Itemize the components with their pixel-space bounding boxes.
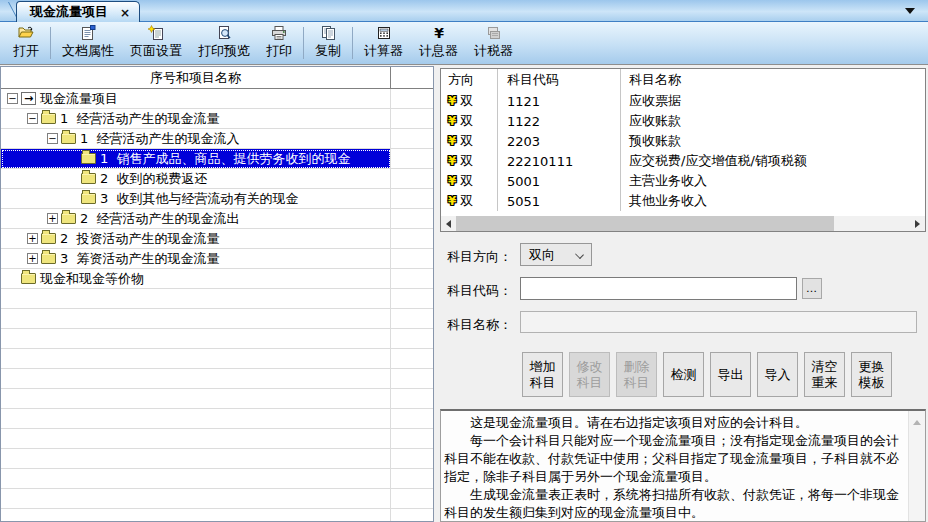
tree-node[interactable]: 1 销售产成品、商品、提供劳务收到的现金 (1, 149, 391, 169)
close-tab-icon[interactable]: × (120, 6, 130, 20)
help-vertical-scrollbar[interactable] (908, 411, 925, 521)
toolbar-separator (50, 27, 51, 59)
code-cell: 5051 (498, 191, 621, 211)
table-row[interactable]: ¥双1121应收票据 (441, 91, 925, 111)
tree-node[interactable]: −1 经营活动产生的现金流量 (1, 109, 391, 129)
folder-icon (41, 113, 56, 124)
tree-row-extra-cell (391, 369, 433, 389)
print-preview-button[interactable]: 打印预览 (190, 22, 258, 64)
column-header-code[interactable]: 科目代码 (498, 69, 621, 91)
tree-node[interactable]: 现金和现金等价物 (1, 269, 391, 289)
clear-restart-button[interactable]: 清空重来 (804, 352, 845, 397)
direction-cell: ¥双 (441, 111, 498, 131)
tree-expand-toggle[interactable]: − (27, 113, 38, 124)
tree-empty-row (1, 509, 433, 522)
modify-subject-button: 修改科目 (569, 352, 610, 397)
column-header-name[interactable]: 科目名称 (621, 69, 925, 91)
tree-expand-toggle[interactable]: + (27, 253, 38, 264)
tree-row-extra-cell (391, 229, 433, 249)
horizontal-scrollbar[interactable] (441, 216, 925, 231)
tree-row: 1 销售产成品、商品、提供劳务收到的现金 (1, 149, 433, 169)
tree-node[interactable]: −1 经营活动产生的现金流入 (1, 129, 391, 149)
direction-select[interactable]: 双向 (520, 243, 592, 266)
code-cell: 5001 (498, 171, 621, 191)
tree-expand-toggle[interactable]: + (47, 213, 58, 224)
tree-row-extra-cell (391, 449, 433, 469)
direction-cell: ¥双 (441, 131, 498, 151)
direction-value: 双 (460, 152, 473, 170)
tree-row: −1 经营活动产生的现金流量 (1, 109, 433, 129)
code-input[interactable] (520, 277, 797, 300)
tree-row-extra-cell (391, 349, 433, 369)
folder-icon (21, 273, 36, 284)
tree-row: +2 经营活动产生的现金流出 (1, 209, 433, 229)
interest-calculator-button[interactable]: ¥ 计息器 (411, 22, 466, 64)
scroll-left-icon[interactable] (441, 216, 456, 231)
tree-row-extra-cell (391, 109, 433, 129)
code-label: 科目代码： (447, 282, 512, 300)
print-button[interactable]: 打印 (258, 22, 300, 64)
tree-row-extra-cell (391, 209, 433, 229)
folder-icon (81, 173, 96, 184)
tree-node[interactable]: +2 经营活动产生的现金流出 (1, 209, 391, 229)
folder-icon (61, 213, 76, 224)
import-button[interactable]: 导入 (757, 352, 798, 397)
tree-row-extra-cell (391, 409, 433, 429)
table-row[interactable]: ¥双1122应收账款 (441, 111, 925, 131)
tree-row-extra-cell (391, 169, 433, 189)
browse-button[interactable]: … (802, 278, 822, 299)
tree-expand-toggle[interactable]: − (7, 93, 18, 104)
add-subject-button[interactable]: 增加科目 (522, 352, 563, 397)
toolbar-label: 计算器 (364, 42, 403, 60)
copy-button[interactable]: 复制 (307, 22, 349, 64)
tree-expand-toggle[interactable]: − (47, 133, 58, 144)
tree-node[interactable]: 2 收到的税费返还 (1, 169, 391, 189)
cash-flow-root-icon (21, 92, 36, 105)
calculator-icon (376, 25, 392, 41)
toolbar-label: 页面设置 (130, 42, 182, 60)
document-properties-button[interactable]: 文档属性 (54, 22, 122, 64)
tab-cash-flow-items[interactable]: 现金流量项目 × (16, 1, 140, 22)
tree-empty-cell (1, 289, 391, 309)
table-row[interactable]: ¥双5051其他业务收入 (441, 191, 925, 211)
name-cell: 主营业务收入 (621, 171, 925, 191)
yen-icon: ¥ (448, 134, 456, 148)
code-cell: 22210111 (498, 151, 621, 171)
subject-table-body: ¥双1121应收票据¥双1122应收账款¥双2203预收账款¥双22210111… (441, 91, 925, 211)
tree-empty-cell (1, 309, 391, 329)
table-row[interactable]: ¥双2203预收账款 (441, 131, 925, 151)
subject-table: 方向 科目代码 科目名称 ¥双1121应收票据¥双1122应收账款¥双2203预… (440, 68, 926, 232)
export-button[interactable]: 导出 (710, 352, 751, 397)
tax-calculator-button[interactable]: 计税器 (466, 22, 521, 64)
tab-overflow-menu-icon[interactable] (905, 8, 915, 14)
page-setup-button[interactable]: 页面设置 (122, 22, 190, 64)
yen-icon: ¥ (448, 114, 456, 128)
tree-expand-toggle[interactable]: + (27, 233, 38, 244)
tree-empty-cell (1, 349, 391, 369)
open-button[interactable]: 打开 (5, 22, 47, 64)
tree-row: +3 筹资活动产生的现金流量 (1, 249, 433, 269)
tree-node[interactable]: +2 投资活动产生的现金流量 (1, 229, 391, 249)
tree-row-extra-cell (391, 189, 433, 209)
scroll-right-icon[interactable] (910, 216, 925, 231)
tree-empty-row (1, 429, 433, 449)
help-paragraph: 这是现金流量项目。请在右边指定该项目对应的会计科目。 (444, 414, 905, 432)
direction-cell: ¥双 (441, 171, 498, 191)
column-header-direction[interactable]: 方向 (441, 69, 498, 91)
direction-cell: ¥双 (441, 91, 498, 111)
tree-row-extra-cell (391, 429, 433, 449)
table-row[interactable]: ¥双5001主营业务收入 (441, 171, 925, 191)
tree-node[interactable]: 3 收到其他与经营流动有关的现金 (1, 189, 391, 209)
change-template-button[interactable]: 更换模板 (851, 352, 892, 397)
check-button[interactable]: 检测 (663, 352, 704, 397)
calculator-button[interactable]: 计算器 (356, 22, 411, 64)
tree-empty-row (1, 469, 433, 489)
tree-node[interactable]: −现金流量项目 (1, 89, 391, 109)
table-row[interactable]: ¥双22210111应交税费/应交增值税/销项税额 (441, 151, 925, 171)
tree-node[interactable]: +3 筹资活动产生的现金流量 (1, 249, 391, 269)
tree-row-extra-cell (391, 509, 433, 522)
scroll-up-icon[interactable] (913, 420, 921, 425)
scrollbar-thumb[interactable] (456, 216, 834, 231)
folder-icon (41, 253, 56, 264)
tree-empty-row (1, 349, 433, 369)
